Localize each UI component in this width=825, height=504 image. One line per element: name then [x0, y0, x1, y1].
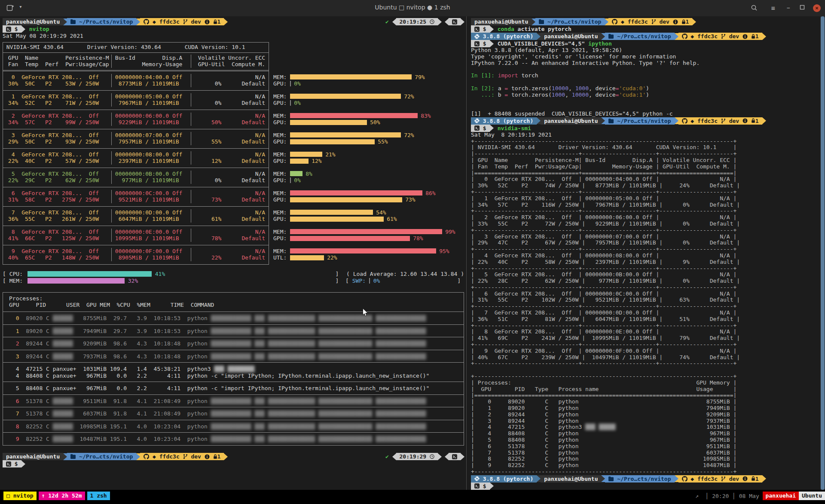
status-time: 20:20: [712, 493, 729, 499]
process-row: 4 88408 C panxue+ 967MiB 0.0 2.2 4:11 py…: [9, 373, 464, 379]
git-status-segment: ◆ ffdc3c dev 1: [678, 117, 762, 125]
cpu-usage-line: [ CPU: 41% ]( Load Average: 12.60 13.44 …: [3, 271, 464, 278]
cwd-segment: ~/Pro…cts/nvitop: [605, 33, 674, 40]
terminal-line: | 5 GeForce RTX 208... Off | 00000000:0B…: [471, 272, 820, 278]
bar-fill: [290, 236, 410, 241]
bar-fill: [290, 255, 324, 260]
powerline-separator: [537, 475, 541, 482]
folder-icon: [70, 454, 76, 459]
terminal-line: [1] + 88408 suspended CUDA_VISIBLE_DEVIC…: [471, 111, 820, 117]
powerline-separator: [392, 453, 396, 460]
prompt-dollar-box: $: [471, 25, 490, 33]
terminal-line: IPython 7.22.0 -- An enhanced Interactiv…: [471, 60, 820, 67]
powerline-separator: [762, 117, 766, 124]
git-branch-icon: [721, 118, 726, 124]
git-status-segment: ◆ ffdc3c dev 1: [678, 33, 762, 40]
maximize-icon[interactable]: [798, 4, 806, 12]
terminal-icon: [452, 19, 457, 24]
powerline-separator: [601, 117, 605, 124]
nvitop-gpu-table: NVIDIA-SMI 430.64 Driver Version: 430.64…: [3, 42, 464, 265]
bar-empty: [290, 177, 291, 183]
process-cell: 8 82252 C ██████ 10985MiB 195.1 4.0 10:2…: [3, 420, 464, 433]
tmux-right-pane-shell[interactable]: panxuehai@Ubuntu ~/Pro…cts/nvitop ◆ ffdc…: [467, 16, 820, 490]
tmux-left-pane-nvitop[interactable]: panxuehai@Ubuntu ~/Pro…cts/nvitop ◆ ffdc…: [0, 16, 467, 490]
prompt-dollar-box: $: [471, 125, 490, 132]
user-host-segment: panxuehai@Ubuntu: [3, 18, 63, 25]
terminal-line: Sat May 08 20:19:29 2021: [3, 33, 464, 40]
terminal-window: panxuehai@Ubuntu ~/Pro…cts/nvitop ◆ ffdc…: [0, 16, 825, 490]
menu-icon[interactable]: ≡: [769, 4, 777, 12]
prompt-dollar-box: $: [3, 460, 21, 467]
tmux-status-bar: □ nvitop ↑ 12d 2h 52m 1 zsh ↗ │ 20:20 │ …: [0, 492, 825, 500]
terminal-line: | 34% 57C P2 116W / 250W | 7967MiB / 110…: [471, 202, 820, 208]
info-icon: [742, 34, 748, 39]
gpu-util-bar: GPU: 55%: [273, 138, 464, 145]
terminal-line: [471, 98, 820, 104]
powerline-separator: [601, 475, 605, 482]
powerline-separator: [601, 33, 605, 40]
status-host: Ubuntu: [799, 492, 825, 500]
tmux-window-zsh[interactable]: 1 zsh: [87, 492, 110, 500]
terminal-line: | 6 GeForce RTX 208... Off | 00000000:0C…: [471, 291, 820, 297]
bar-fill: [290, 132, 401, 137]
terminal-icon: [474, 125, 480, 131]
command-text: nvitop: [29, 26, 49, 32]
powerline-separator: [461, 453, 464, 460]
smi-process-row: | 9 82252 C python 10487MiB |: [471, 462, 820, 469]
stash-lock-icon: [213, 19, 217, 24]
window-title: Ubuntu □ nvitop ● 1 zsh: [0, 4, 825, 11]
smi-process-row: | 3 89244 C python 7937MiB |: [471, 418, 820, 425]
shell-prompt-line: 3.8.8 (pytorch)panxuehai@Ubuntu ~/Pro…ct…: [471, 117, 820, 125]
powerline-separator: [605, 18, 608, 25]
bar-percent: 41%: [155, 271, 165, 277]
stash-lock-icon: [751, 476, 755, 481]
bar-empty: [290, 100, 291, 106]
terminal-scrollbar[interactable]: [820, 16, 825, 490]
bar-fill: [290, 139, 375, 144]
minimize-icon[interactable]: −: [785, 4, 792, 12]
bar-fill: [28, 271, 152, 277]
status-user: panxuehai: [763, 492, 799, 500]
stash-lock-icon: [751, 118, 755, 123]
powerline-separator: [63, 18, 67, 25]
process-cell: 4 47215 C panxue+ 1031MiB 109.4 1.4 45:3…: [3, 362, 464, 382]
smi-process-row: | 4 88408 C python 967MiB |: [471, 431, 820, 437]
terminal-line: +-------------------------------+-------…: [471, 189, 820, 195]
bar-fill: [290, 171, 302, 176]
shell-prompt-line: panxuehai@Ubuntu ~/Pro…cts/nvitop ◆ ffdc…: [471, 18, 820, 25]
gpu-bars: MEM: 95%UTL: 22%: [269, 245, 464, 265]
terminal-line: | 36% 51C P2 81W / 250W | 6047MiB / 1101…: [471, 316, 820, 323]
gpu-util-bar: GPU: 12%: [273, 158, 464, 165]
shell-command-line: $: [3, 460, 464, 467]
bar-fill: [290, 120, 367, 125]
tmux-window-nvitop[interactable]: □ nvitop: [3, 492, 37, 500]
process-cell: 1 89020 C ██████ 7949MiB 29.7 3.9 10:18:…: [3, 324, 464, 337]
process-box-header: GPU PID USER GPU MEM %CPU %MEM TIME COMM…: [3, 302, 464, 312]
terminal-icon: [474, 41, 480, 46]
cwd-segment: ~/Pro…cts/nvitop: [67, 18, 136, 25]
powerline-separator: [675, 475, 678, 482]
user-host-segment: panxuehai@Ubuntu: [541, 117, 601, 125]
user-host-segment: panxuehai@Ubuntu: [541, 475, 601, 483]
terminal-icon: [6, 461, 11, 467]
search-icon[interactable]: [750, 4, 758, 12]
bar-fill: [290, 74, 412, 79]
close-icon[interactable]: ×: [813, 4, 821, 12]
terminal-line: | 8 GeForce RTX 208... Off | 00000000:0E…: [471, 329, 820, 335]
time-segment: 20:19:25: [396, 18, 438, 25]
gpu-util-bar: GPU: 50%: [273, 119, 464, 126]
cwd-segment: ~/Pro…cts/nvitop: [535, 18, 605, 25]
terminal-line: | 7 GeForce RTX 208... Off | 00000000:0D…: [471, 310, 820, 316]
terminal-line: In [2]: a = torch.zeros(10000, 1000, dev…: [471, 86, 820, 92]
powerline-separator: [461, 18, 464, 25]
powerline-separator: [21, 26, 25, 33]
scrollbar-thumb[interactable]: [821, 16, 825, 490]
gpu-bars: MEM: 86%GPU: 73%: [269, 187, 464, 207]
terminal-line: +---------------------------------------…: [471, 138, 820, 145]
process-box-title: Processes:: [3, 293, 464, 302]
python-icon: [474, 118, 480, 123]
terminal-icon: [474, 483, 480, 489]
bar-fill: [290, 248, 436, 254]
bar-fill: [290, 159, 309, 164]
memory-bar: MEM: 72%: [273, 132, 464, 139]
